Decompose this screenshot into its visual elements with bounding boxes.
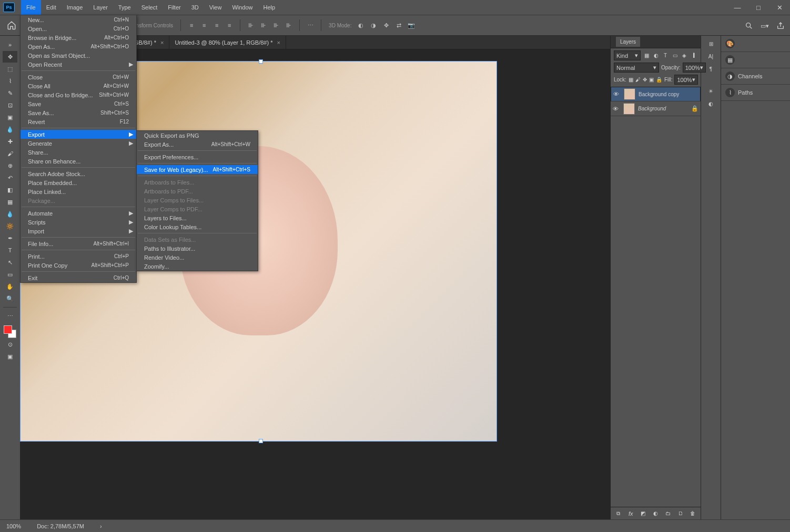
type-tool[interactable]: T (3, 244, 17, 256)
doc-size[interactable]: Doc: 2,78M/5,57M (37, 523, 84, 529)
share-icon[interactable] (776, 22, 785, 30)
menu-help[interactable]: Help (258, 0, 281, 15)
lock-transparent-icon[interactable]: ▦ (629, 76, 633, 84)
menu-item[interactable]: File Info...Alt+Shift+Ctrl+I (21, 239, 136, 248)
brush-tool[interactable]: 🖌 (3, 148, 17, 159)
lock-all-icon[interactable]: 🔒 (656, 76, 662, 84)
menu-item[interactable]: Place Linked... (21, 187, 136, 196)
more-options-icon[interactable]: ⋯ (305, 20, 316, 30)
filter-type-icon[interactable]: T (662, 52, 669, 59)
menu-item[interactable]: Export Preferences... (137, 152, 258, 161)
filter-shape-icon[interactable]: ▭ (671, 52, 678, 59)
menu-item[interactable]: Open...Ctrl+O (21, 24, 136, 33)
menu-item[interactable]: Export As...Alt+Shift+Ctrl+W (137, 140, 258, 149)
zoom-tool[interactable]: 🔍 (3, 293, 17, 304)
menu-item[interactable]: Generate▶ (21, 139, 136, 148)
character-icon[interactable]: A| (707, 53, 715, 60)
distribute-hcenter-icon[interactable]: ⊪ (283, 20, 294, 30)
quick-mask-icon[interactable]: ⊙ (3, 339, 17, 350)
menu-item[interactable]: Render Video... (137, 253, 258, 262)
layer-group-icon[interactable]: 🗀 (664, 510, 672, 517)
home-icon[interactable] (5, 19, 18, 32)
filter-toggle-icon[interactable]: ⏽ (690, 52, 697, 59)
menu-item[interactable]: Print...Ctrl+P (21, 252, 136, 261)
menu-3d[interactable]: 3D (186, 0, 204, 15)
clone-stamp-tool[interactable]: ⊕ (3, 160, 17, 171)
menu-item[interactable]: CloseCtrl+W (21, 73, 136, 81)
filter-smart-icon[interactable]: ◈ (681, 52, 688, 59)
tab-close-icon[interactable]: × (277, 39, 280, 46)
menu-item[interactable]: Search Adobe Stock... (21, 169, 136, 178)
color-swatches[interactable] (4, 325, 16, 338)
collapse-icon[interactable]: » (3, 39, 17, 50)
eraser-tool[interactable]: ◧ (3, 184, 17, 196)
menu-item[interactable]: Close AllAlt+Ctrl+W (21, 81, 136, 90)
menu-item[interactable]: Open as Smart Object... (21, 51, 136, 60)
fill-input[interactable]: 100%▾ (674, 75, 697, 85)
minimize-button[interactable]: — (727, 0, 748, 15)
3d-orbit-icon[interactable]: ◐ (356, 20, 366, 30)
menu-item[interactable]: Share on Behance... (21, 157, 136, 166)
close-button[interactable]: ✕ (769, 0, 790, 15)
rectangle-tool[interactable]: ▭ (3, 269, 17, 280)
menu-item[interactable]: Layers to Files... (137, 213, 258, 222)
filter-pixel-icon[interactable]: ▦ (643, 52, 650, 59)
3d-camera-icon[interactable]: 📷 (406, 20, 417, 30)
paragraph-icon[interactable]: ¶ (707, 65, 715, 73)
path-select-tool[interactable]: ↖ (3, 257, 17, 268)
new-layer-icon[interactable]: 🗋 (677, 510, 684, 517)
menu-window[interactable]: Window (227, 0, 258, 15)
layer-filter-kind[interactable]: Kind ▾ (614, 50, 641, 60)
3d-roll-icon[interactable]: ◑ (368, 20, 379, 30)
menu-item[interactable]: SaveCtrl+S (21, 99, 136, 108)
blend-mode-select[interactable]: Normal▾ (614, 63, 659, 73)
gradient-tool[interactable]: ▦ (3, 196, 17, 208)
align-left-icon[interactable]: ≡ (186, 20, 197, 30)
menu-item[interactable]: Save As...Shift+Ctrl+S (21, 108, 136, 117)
layer-thumbnail[interactable] (624, 88, 635, 100)
layer-thumbnail[interactable] (623, 103, 635, 115)
menu-item[interactable]: Save for Web (Legacy)...Alt+Shift+Ctrl+S (137, 165, 258, 174)
link-layers-icon[interactable]: ⧉ (615, 510, 622, 517)
marquee-tool[interactable]: ⬚ (3, 63, 17, 75)
lock-image-icon[interactable]: 🖌 (635, 76, 641, 84)
eyedropper-tool[interactable]: 💧 (3, 124, 17, 135)
filter-adjust-icon[interactable]: ◐ (652, 52, 660, 59)
menu-item[interactable]: Open Recent▶ (21, 60, 136, 69)
3d-slide-icon[interactable]: ⇄ (393, 20, 404, 30)
distribute-top-icon[interactable]: ⊪ (246, 20, 256, 30)
edit-toolbar-icon[interactable]: ⋯ (3, 310, 17, 322)
hand-tool[interactable]: ✋ (3, 281, 17, 292)
dodge-tool[interactable]: 🔆 (3, 220, 17, 232)
search-icon[interactable] (745, 22, 753, 30)
menu-item[interactable]: Scripts▶ (21, 218, 136, 227)
menu-select[interactable]: Select (136, 0, 163, 15)
opacity-input[interactable]: 100%▾ (683, 63, 706, 73)
align-center-h-icon[interactable]: ≡ (199, 20, 209, 30)
layer-mask-icon[interactable]: ◩ (640, 510, 647, 517)
lock-position-icon[interactable]: ✥ (643, 76, 647, 84)
menu-item[interactable]: New...Ctrl+N (21, 15, 136, 24)
menu-layer[interactable]: Layer (88, 0, 113, 15)
layer-visibility-icon[interactable]: 👁 (613, 106, 620, 112)
lock-artboard-icon[interactable]: ▣ (649, 76, 654, 84)
workspace-switcher-icon[interactable]: ▭▾ (761, 23, 769, 29)
layer-row[interactable]: 👁Background copy (611, 87, 701, 101)
status-chevron-icon[interactable]: › (100, 523, 102, 529)
align-top-icon[interactable]: ≡ (224, 20, 235, 30)
delete-layer-icon[interactable]: 🗑 (689, 510, 696, 517)
menu-item[interactable]: Zoomify... (137, 262, 258, 271)
menu-item[interactable]: RevertF12 (21, 117, 136, 126)
menu-item[interactable]: Automate▶ (21, 209, 136, 218)
menu-item[interactable]: Open As...Alt+Shift+Ctrl+O (21, 42, 136, 51)
frame-tool[interactable]: ▣ (3, 111, 17, 123)
menu-item[interactable]: Export▶ (21, 130, 136, 139)
crop-tool[interactable]: ⊡ (3, 99, 17, 111)
menu-item[interactable]: ExitCtrl+Q (21, 273, 136, 282)
menu-type[interactable]: Type (113, 0, 136, 15)
align-right-icon[interactable]: ≡ (211, 20, 222, 30)
distribute-bottom-icon[interactable]: ⊪ (271, 20, 281, 30)
layers-panel-tab[interactable]: Layers (611, 36, 701, 48)
paths-panel-collapsed[interactable]: ⌇Paths (721, 85, 790, 101)
menu-item[interactable]: Browse in Bridge...Alt+Ctrl+O (21, 33, 136, 42)
